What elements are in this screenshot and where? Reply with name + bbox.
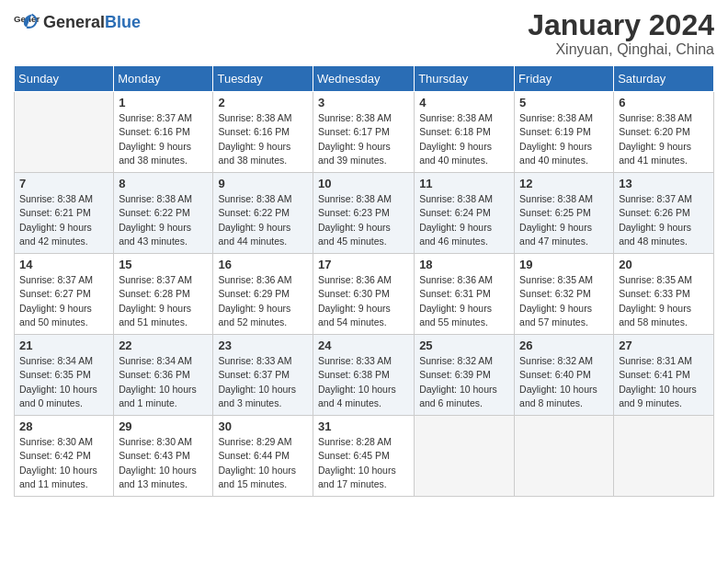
calendar-header-monday: Monday (114, 66, 213, 92)
calendar-cell: 6Sunrise: 8:38 AMSunset: 6:20 PMDaylight… (614, 92, 714, 173)
calendar-header-wednesday: Wednesday (313, 66, 415, 92)
day-number: 20 (619, 258, 709, 271)
calendar-cell: 24Sunrise: 8:33 AMSunset: 6:38 PMDayligh… (313, 335, 415, 416)
day-info: Sunrise: 8:38 AMSunset: 6:24 PMDaylight:… (419, 192, 509, 248)
day-number: 19 (519, 258, 609, 271)
calendar-cell: 22Sunrise: 8:34 AMSunset: 6:36 PMDayligh… (114, 335, 213, 416)
day-number: 5 (519, 96, 609, 109)
calendar-week-row: 14Sunrise: 8:37 AMSunset: 6:27 PMDayligh… (15, 254, 714, 335)
day-info: Sunrise: 8:37 AMSunset: 6:26 PMDaylight:… (619, 192, 709, 248)
day-info: Sunrise: 8:29 AMSunset: 6:44 PMDaylight:… (218, 435, 308, 491)
page-header: General GeneralBlue January 2024 Xinyuan… (14, 9, 714, 58)
day-number: 13 (619, 177, 709, 190)
calendar-cell: 12Sunrise: 8:38 AMSunset: 6:25 PMDayligh… (515, 173, 614, 254)
logo-blue-text: Blue (105, 13, 141, 31)
title-block: January 2024 Xinyuan, Qinghai, China (528, 9, 714, 58)
day-info: Sunrise: 8:38 AMSunset: 6:21 PMDaylight:… (19, 192, 108, 248)
logo: General GeneralBlue (14, 9, 141, 35)
day-number: 9 (218, 177, 308, 190)
day-info: Sunrise: 8:37 AMSunset: 6:16 PMDaylight:… (119, 111, 208, 167)
calendar-cell: 1Sunrise: 8:37 AMSunset: 6:16 PMDaylight… (114, 92, 213, 173)
calendar-week-row: 21Sunrise: 8:34 AMSunset: 6:35 PMDayligh… (15, 335, 714, 416)
day-number: 24 (318, 339, 409, 352)
calendar-cell: 9Sunrise: 8:38 AMSunset: 6:22 PMDaylight… (213, 173, 313, 254)
calendar-cell: 20Sunrise: 8:35 AMSunset: 6:33 PMDayligh… (614, 254, 714, 335)
day-number: 31 (318, 419, 409, 433)
day-number: 6 (619, 96, 709, 109)
calendar-cell (15, 92, 114, 173)
day-info: Sunrise: 8:36 AMSunset: 6:30 PMDaylight:… (318, 273, 409, 329)
day-number: 8 (119, 177, 208, 190)
calendar-week-row: 28Sunrise: 8:30 AMSunset: 6:42 PMDayligh… (15, 416, 714, 497)
day-number: 1 (119, 96, 208, 109)
main-title: January 2024 (528, 9, 714, 41)
calendar-cell: 18Sunrise: 8:36 AMSunset: 6:31 PMDayligh… (415, 254, 515, 335)
day-info: Sunrise: 8:38 AMSunset: 6:18 PMDaylight:… (419, 111, 509, 167)
day-info: Sunrise: 8:38 AMSunset: 6:25 PMDaylight:… (519, 192, 609, 248)
day-info: Sunrise: 8:38 AMSunset: 6:20 PMDaylight:… (619, 111, 709, 167)
calendar-cell: 3Sunrise: 8:38 AMSunset: 6:17 PMDaylight… (313, 92, 415, 173)
calendar-cell: 16Sunrise: 8:36 AMSunset: 6:29 PMDayligh… (213, 254, 313, 335)
calendar-cell: 10Sunrise: 8:38 AMSunset: 6:23 PMDayligh… (313, 173, 415, 254)
day-info: Sunrise: 8:36 AMSunset: 6:31 PMDaylight:… (419, 273, 509, 329)
calendar-cell: 29Sunrise: 8:30 AMSunset: 6:43 PMDayligh… (114, 416, 213, 497)
day-number: 25 (419, 339, 509, 352)
day-info: Sunrise: 8:33 AMSunset: 6:37 PMDaylight:… (218, 354, 308, 410)
calendar-header-friday: Friday (515, 66, 614, 92)
day-info: Sunrise: 8:38 AMSunset: 6:22 PMDaylight:… (119, 192, 208, 248)
calendar-cell: 25Sunrise: 8:32 AMSunset: 6:39 PMDayligh… (415, 335, 515, 416)
day-info: Sunrise: 8:35 AMSunset: 6:33 PMDaylight:… (619, 273, 709, 329)
day-info: Sunrise: 8:38 AMSunset: 6:22 PMDaylight:… (218, 192, 308, 248)
day-info: Sunrise: 8:37 AMSunset: 6:27 PMDaylight:… (19, 273, 108, 329)
calendar-cell: 21Sunrise: 8:34 AMSunset: 6:35 PMDayligh… (15, 335, 114, 416)
calendar-cell: 28Sunrise: 8:30 AMSunset: 6:42 PMDayligh… (15, 416, 114, 497)
day-info: Sunrise: 8:31 AMSunset: 6:41 PMDaylight:… (619, 354, 709, 410)
day-info: Sunrise: 8:28 AMSunset: 6:45 PMDaylight:… (318, 435, 409, 491)
calendar-cell: 27Sunrise: 8:31 AMSunset: 6:41 PMDayligh… (614, 335, 714, 416)
day-number: 22 (119, 339, 208, 352)
day-number: 18 (419, 258, 509, 271)
calendar-header-saturday: Saturday (614, 66, 714, 92)
day-number: 26 (519, 339, 609, 352)
day-info: Sunrise: 8:34 AMSunset: 6:36 PMDaylight:… (119, 354, 208, 410)
calendar-cell: 11Sunrise: 8:38 AMSunset: 6:24 PMDayligh… (415, 173, 515, 254)
day-info: Sunrise: 8:30 AMSunset: 6:42 PMDaylight:… (19, 435, 108, 491)
calendar-header-tuesday: Tuesday (213, 66, 313, 92)
day-info: Sunrise: 8:36 AMSunset: 6:29 PMDaylight:… (218, 273, 308, 329)
calendar-cell: 8Sunrise: 8:38 AMSunset: 6:22 PMDaylight… (114, 173, 213, 254)
day-number: 17 (318, 258, 409, 271)
day-info: Sunrise: 8:38 AMSunset: 6:19 PMDaylight:… (519, 111, 609, 167)
calendar-cell: 4Sunrise: 8:38 AMSunset: 6:18 PMDaylight… (415, 92, 515, 173)
subtitle: Xinyuan, Qinghai, China (528, 41, 714, 58)
day-number: 12 (519, 177, 609, 190)
day-number: 27 (619, 339, 709, 352)
calendar-header-row: SundayMondayTuesdayWednesdayThursdayFrid… (15, 66, 714, 92)
day-number: 30 (218, 419, 308, 433)
day-number: 21 (19, 339, 108, 352)
calendar-cell: 23Sunrise: 8:33 AMSunset: 6:37 PMDayligh… (213, 335, 313, 416)
logo-general-text: General (43, 13, 105, 31)
day-number: 29 (119, 419, 208, 433)
calendar-cell (614, 416, 714, 497)
calendar-cell: 14Sunrise: 8:37 AMSunset: 6:27 PMDayligh… (15, 254, 114, 335)
day-info: Sunrise: 8:35 AMSunset: 6:32 PMDaylight:… (519, 273, 609, 329)
calendar-cell: 26Sunrise: 8:32 AMSunset: 6:40 PMDayligh… (515, 335, 614, 416)
calendar-cell: 2Sunrise: 8:38 AMSunset: 6:16 PMDaylight… (213, 92, 313, 173)
day-number: 23 (218, 339, 308, 352)
calendar-cell: 31Sunrise: 8:28 AMSunset: 6:45 PMDayligh… (313, 416, 415, 497)
day-number: 15 (119, 258, 208, 271)
calendar-cell: 17Sunrise: 8:36 AMSunset: 6:30 PMDayligh… (313, 254, 415, 335)
calendar-cell (515, 416, 614, 497)
day-number: 7 (19, 177, 108, 190)
day-number: 4 (419, 96, 509, 109)
calendar-cell: 15Sunrise: 8:37 AMSunset: 6:28 PMDayligh… (114, 254, 213, 335)
calendar-cell: 5Sunrise: 8:38 AMSunset: 6:19 PMDaylight… (515, 92, 614, 173)
day-number: 11 (419, 177, 509, 190)
calendar-header-sunday: Sunday (15, 66, 114, 92)
day-number: 16 (218, 258, 308, 271)
day-info: Sunrise: 8:33 AMSunset: 6:38 PMDaylight:… (318, 354, 409, 410)
day-info: Sunrise: 8:38 AMSunset: 6:16 PMDaylight:… (218, 111, 308, 167)
day-info: Sunrise: 8:32 AMSunset: 6:40 PMDaylight:… (519, 354, 609, 410)
day-number: 28 (19, 419, 108, 433)
calendar-cell: 7Sunrise: 8:38 AMSunset: 6:21 PMDaylight… (15, 173, 114, 254)
